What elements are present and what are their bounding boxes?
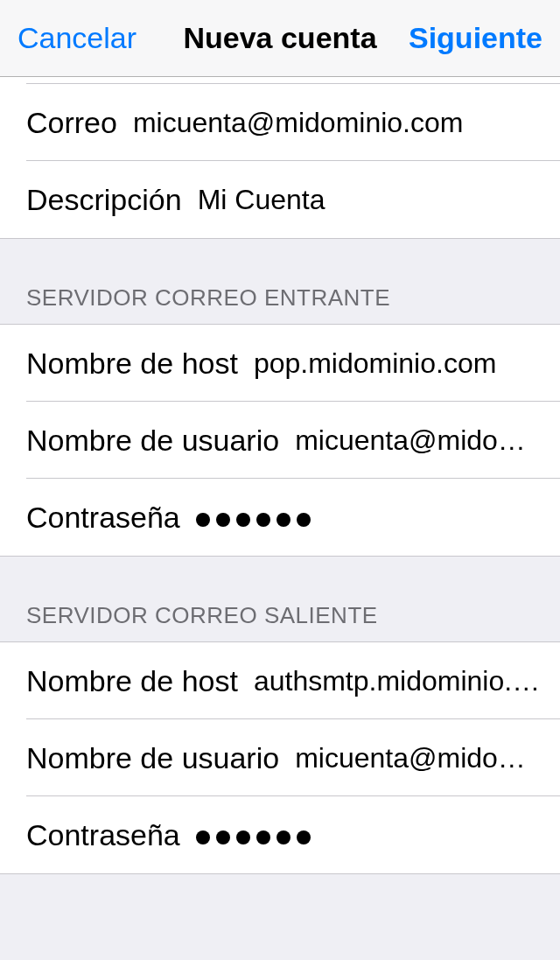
email-row[interactable]: Correo micuenta@midominio.com (0, 84, 560, 161)
navbar-title: Nueva cuenta (183, 21, 376, 55)
description-field[interactable]: Mi Cuenta (198, 184, 560, 216)
next-button[interactable]: Siguiente (409, 21, 542, 55)
outgoing-password-field[interactable] (196, 819, 560, 851)
incoming-password-field[interactable] (196, 501, 560, 534)
outgoing-host-row[interactable]: Nombre de host authsmtp.midominio.… (0, 642, 560, 719)
incoming-section-header: SERVIDOR CORREO ENTRANTE (0, 239, 560, 324)
outgoing-user-field[interactable]: micuenta@mido… (295, 742, 560, 774)
outgoing-host-label: Nombre de host (26, 664, 238, 698)
incoming-user-label: Nombre de usuario (26, 424, 279, 458)
outgoing-password-row[interactable]: Contraseña (0, 796, 560, 873)
cancel-button[interactable]: Cancelar (18, 21, 136, 55)
incoming-host-label: Nombre de host (26, 347, 238, 381)
navbar: Cancelar Nueva cuenta Siguiente (0, 0, 560, 77)
outgoing-password-label: Contraseña (26, 818, 180, 852)
partial-row-fragment (0, 77, 560, 84)
email-field[interactable]: micuenta@midominio.com (133, 107, 560, 139)
incoming-user-field[interactable]: micuenta@mido… (295, 424, 560, 457)
incoming-group: Nombre de host pop.midominio.com Nombre … (0, 324, 560, 557)
incoming-user-row[interactable]: Nombre de usuario micuenta@mido… (0, 402, 560, 479)
incoming-host-row[interactable]: Nombre de host pop.midominio.com (0, 325, 560, 402)
incoming-host-field[interactable]: pop.midominio.com (254, 347, 560, 380)
incoming-password-row[interactable]: Contraseña (0, 479, 560, 556)
outgoing-group: Nombre de host authsmtp.midominio.… Nomb… (0, 641, 560, 874)
outgoing-user-label: Nombre de usuario (26, 741, 279, 775)
email-label: Correo (26, 106, 117, 140)
outgoing-section-header: SERVIDOR CORREO SALIENTE (0, 557, 560, 641)
outgoing-user-row[interactable]: Nombre de usuario micuenta@mido… (0, 719, 560, 796)
account-group: Correo micuenta@midominio.com Descripció… (0, 84, 560, 239)
incoming-password-label: Contraseña (26, 501, 180, 535)
description-row[interactable]: Descripción Mi Cuenta (0, 161, 560, 238)
outgoing-host-field[interactable]: authsmtp.midominio.… (254, 665, 560, 697)
description-label: Descripción (26, 183, 182, 217)
